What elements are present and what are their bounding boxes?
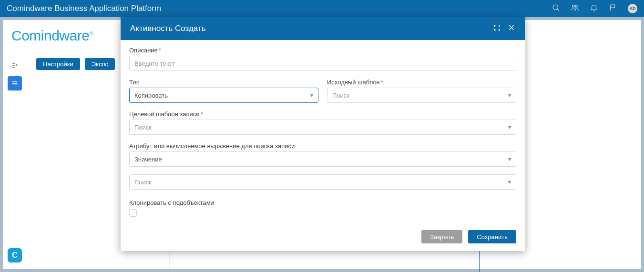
close-button[interactable]: Закрыть: [421, 230, 462, 243]
topbar-actions: AD: [552, 3, 637, 14]
chevron-down-icon: ▾: [508, 92, 511, 99]
bottom-badge[interactable]: C: [8, 248, 22, 262]
row-type-source: Тип Копировать ▾ Исходный шаблон* Поиск …: [129, 79, 516, 111]
user-avatar[interactable]: AD: [628, 4, 637, 13]
sidebar-buttons: [8, 58, 22, 91]
modal-header: Активность Создать: [121, 17, 525, 40]
attr-expr-select[interactable]: Значение ▾: [129, 151, 516, 167]
chevron-down-icon: ▾: [508, 124, 511, 131]
app-title: Comindware Business Application Platform: [7, 4, 161, 13]
topbar: Comindware Business Application Platform…: [0, 0, 644, 17]
target-template-label: Целевой шаблон записи*: [129, 111, 516, 118]
field-source-template: Исходный шаблон* Поиск ▾: [327, 79, 516, 103]
svg-point-0: [553, 5, 558, 10]
clone-label: Клонировать с подобъектами: [129, 199, 516, 206]
fullscreen-icon[interactable]: [493, 24, 501, 33]
chevron-down-icon: ▾: [310, 92, 313, 99]
description-label: Описание*: [129, 47, 516, 54]
field-target-template: Целевой шаблон записи* Поиск ▾: [129, 111, 516, 135]
field-description: Описание* Введите текст: [129, 47, 516, 71]
flag-icon[interactable]: [609, 3, 617, 14]
attr-expr-label: Атрибут или вычисляемое выражение для по…: [129, 142, 516, 150]
modal-header-actions: [493, 24, 515, 33]
expand-sidebar-button[interactable]: [8, 58, 22, 72]
bell-icon[interactable]: [590, 3, 598, 14]
clone-checkbox[interactable]: [129, 209, 137, 217]
field-attr-expr: Атрибут или вычисляемое выражение для по…: [129, 142, 516, 167]
activity-create-modal: Активность Создать Описание* Введите тек…: [121, 17, 525, 251]
modal-title: Активность Создать: [130, 24, 206, 33]
field-search2: Поиск ▾: [129, 174, 516, 190]
action-pills: Настройки Экспс: [36, 58, 115, 70]
type-label: Тип: [129, 79, 318, 86]
type-select[interactable]: Копировать ▾: [129, 88, 318, 103]
field-clone: Клонировать с подобъектами: [129, 199, 516, 217]
modal-footer: Закрыть Сохранить: [121, 228, 525, 251]
source-template-select[interactable]: Поиск ▾: [327, 88, 516, 103]
chevron-down-icon: ▾: [508, 179, 511, 185]
description-input[interactable]: Введите текст: [129, 56, 516, 71]
brand-logo: Comindware®: [11, 28, 93, 44]
pill-export[interactable]: Экспс: [85, 58, 115, 70]
svg-line-1: [557, 9, 559, 10]
users-icon[interactable]: [571, 3, 579, 14]
svg-point-3: [575, 5, 578, 8]
chevron-down-icon: ▾: [508, 156, 511, 162]
menu-button[interactable]: [8, 76, 22, 91]
field-type: Тип Копировать ▾: [129, 79, 318, 103]
search-icon[interactable]: [552, 3, 560, 14]
save-button[interactable]: Сохранить: [468, 230, 516, 243]
pill-settings[interactable]: Настройки: [36, 58, 80, 70]
svg-point-2: [572, 5, 575, 8]
search2-select[interactable]: Поиск ▾: [129, 174, 516, 190]
source-template-label: Исходный шаблон*: [327, 79, 516, 86]
target-template-select[interactable]: Поиск ▾: [129, 120, 516, 135]
modal-body: Описание* Введите текст Тип Копировать ▾…: [121, 40, 525, 228]
close-icon[interactable]: [508, 24, 515, 33]
